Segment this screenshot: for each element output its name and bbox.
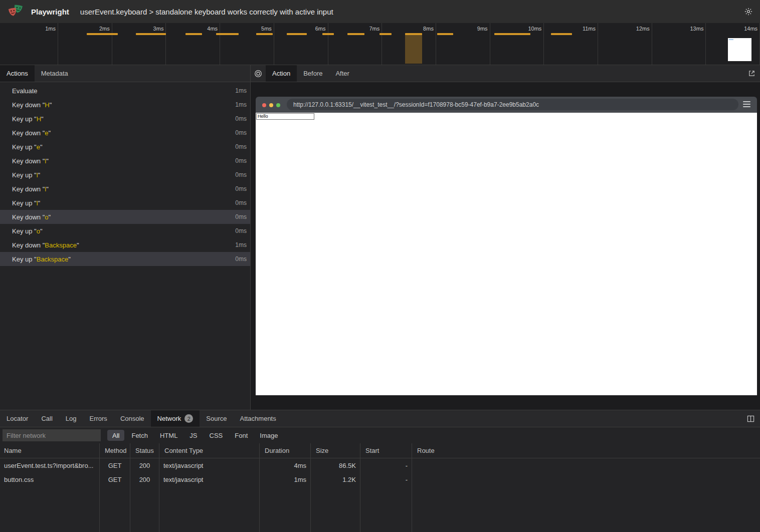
main-split: Actions Metadata Evaluate 1ms Key down "… xyxy=(0,65,760,410)
network-cell: 4ms xyxy=(260,458,311,472)
timeline-scrubber[interactable]: 1ms2ms3ms4ms5ms6ms7ms8ms9ms10ms11ms12ms1… xyxy=(0,23,760,65)
network-cell: 1.2K xyxy=(311,472,360,486)
network-column-header[interactable]: Content Type xyxy=(159,443,260,458)
timeline-gridline xyxy=(598,23,598,65)
filter-chip-image[interactable]: Image xyxy=(255,430,283,441)
tab-errors[interactable]: Errors xyxy=(83,410,113,427)
tab-network[interactable]: Network 2 xyxy=(151,410,200,427)
filter-network-input[interactable] xyxy=(3,429,101,441)
actions-panel: Actions Metadata Evaluate 1ms Key down "… xyxy=(0,65,251,410)
action-duration: 0ms xyxy=(235,255,247,262)
trace-title: userEvent.keyboard > standalone keyboard… xyxy=(80,8,333,16)
action-list-item[interactable]: Key down "l" 0ms xyxy=(0,182,250,196)
snapshot-content: http://127.0.0.1:63315/__vitest_test__/?… xyxy=(251,82,760,410)
timeline-action-bar xyxy=(551,33,572,35)
filter-chip-font[interactable]: Font xyxy=(230,430,253,441)
action-title: Key up "Backspace" xyxy=(12,255,71,263)
timeline-selected-range xyxy=(405,34,422,64)
network-column-header[interactable]: Method xyxy=(100,443,130,458)
action-title: Key down "e" xyxy=(12,129,51,137)
network-cell: - xyxy=(360,472,412,486)
tab-log[interactable]: Log xyxy=(59,410,83,427)
tab-call[interactable]: Call xyxy=(35,410,59,427)
network-table-row[interactable]: userEvent.test.ts?import&bro...GET200tex… xyxy=(0,458,760,472)
action-list-item[interactable]: Key up "H" 0ms xyxy=(0,112,250,126)
timeline-gridline xyxy=(328,23,328,65)
filter-chip-all[interactable]: All xyxy=(107,430,124,441)
timeline-tick-label: 7ms xyxy=(349,26,379,32)
timeline-tick-label: 6ms xyxy=(296,26,326,32)
traffic-light-yellow xyxy=(269,103,273,107)
tab-metadata[interactable]: Metadata xyxy=(35,65,75,82)
action-list-item[interactable]: Key up "o" 0ms xyxy=(0,224,250,238)
action-list-item[interactable]: Key up "l" 0ms xyxy=(0,168,250,182)
action-title: Key down "l" xyxy=(12,157,49,165)
filter-chip-html[interactable]: HTML xyxy=(155,430,182,441)
page-text-input[interactable]: Hello xyxy=(256,113,314,120)
filter-chip-css[interactable]: CSS xyxy=(205,430,228,441)
tab-after[interactable]: After xyxy=(329,65,355,82)
network-column-header[interactable]: Duration xyxy=(260,443,311,458)
timeline-tick-label: 10ms xyxy=(511,26,541,32)
traffic-light-red xyxy=(262,103,266,107)
action-duration: 0ms xyxy=(235,129,247,136)
tab-console[interactable]: Console xyxy=(114,410,151,427)
tab-locator[interactable]: Locator xyxy=(0,410,35,427)
action-list-item[interactable]: Key down "Backspace" 1ms xyxy=(0,238,250,252)
snapshot-panel: Action Before After http://127.0.0.1:633… xyxy=(251,65,760,410)
action-duration: 1ms xyxy=(235,241,247,248)
network-column-header[interactable]: Route xyxy=(412,443,760,458)
tab-action[interactable]: Action xyxy=(266,65,297,82)
action-duration: 1ms xyxy=(235,101,247,108)
timeline-action-bar xyxy=(256,33,273,35)
tab-attachments[interactable]: Attachments xyxy=(233,410,282,427)
filter-chip-fetch[interactable]: Fetch xyxy=(126,430,153,441)
action-duration: 0ms xyxy=(235,185,247,192)
timeline-gridline xyxy=(112,23,112,65)
network-filler-cell xyxy=(412,486,760,532)
action-list-item[interactable]: Evaluate 1ms xyxy=(0,84,250,98)
timeline-tick-label: 12ms xyxy=(620,26,650,32)
action-list-item[interactable]: Key up "l" 0ms xyxy=(0,196,250,210)
timeline-tick-label: 5ms xyxy=(242,26,272,32)
action-list-item[interactable]: Key up "e" 0ms xyxy=(0,140,250,154)
timeline-tick-label: 2ms xyxy=(80,26,110,32)
filter-chip-js[interactable]: JS xyxy=(184,430,202,441)
network-column-header[interactable]: Size xyxy=(311,443,360,458)
network-column-header[interactable]: Name xyxy=(0,443,100,458)
network-filler-cell xyxy=(130,486,159,532)
timeline-action-bar xyxy=(379,33,392,35)
network-column-header[interactable]: Status xyxy=(130,443,159,458)
traffic-light-green xyxy=(276,103,280,107)
tab-source[interactable]: Source xyxy=(200,410,233,427)
timeline-tick-label: 11ms xyxy=(565,26,596,32)
network-column-header[interactable]: Start xyxy=(360,443,412,458)
playwright-logo-icon xyxy=(8,5,23,19)
action-list-item[interactable]: Key down "o" 0ms xyxy=(0,210,250,224)
timeline-tick-label: 14ms xyxy=(727,26,757,32)
network-filler-cell xyxy=(360,486,412,532)
app-name: Playwright xyxy=(31,8,69,16)
action-list-item[interactable]: Key up "Backspace" 0ms xyxy=(0,252,250,266)
timeline-action-bar xyxy=(405,33,422,35)
network-table-row[interactable]: button.cssGET200text/javascript1ms1.2K- xyxy=(0,472,760,486)
timeline-gridline xyxy=(705,23,706,65)
action-duration: 0ms xyxy=(235,171,247,178)
action-list: Evaluate 1ms Key down "H" 1ms Key up "H"… xyxy=(0,82,250,410)
settings-gear-icon[interactable] xyxy=(743,6,754,17)
network-cell xyxy=(412,458,760,472)
pick-locator-target-icon[interactable] xyxy=(251,65,266,82)
split-view-icon[interactable] xyxy=(743,410,758,427)
action-list-item[interactable]: Key down "H" 1ms xyxy=(0,98,250,112)
tab-before[interactable]: Before xyxy=(297,65,329,82)
timeline-gridline xyxy=(436,23,436,65)
snapshot-page[interactable]: Hello xyxy=(256,113,757,395)
action-list-item[interactable]: Key down "l" 0ms xyxy=(0,154,250,168)
action-list-item[interactable]: Key down "e" 0ms xyxy=(0,126,250,140)
network-cell: text/javascript xyxy=(159,458,260,472)
tab-actions[interactable]: Actions xyxy=(0,65,35,82)
timeline-action-bar xyxy=(437,33,453,35)
timeline-film-strip-thumbnail[interactable] xyxy=(728,38,751,61)
timeline-action-bar xyxy=(185,33,202,35)
open-snapshot-external-icon[interactable] xyxy=(744,65,759,82)
